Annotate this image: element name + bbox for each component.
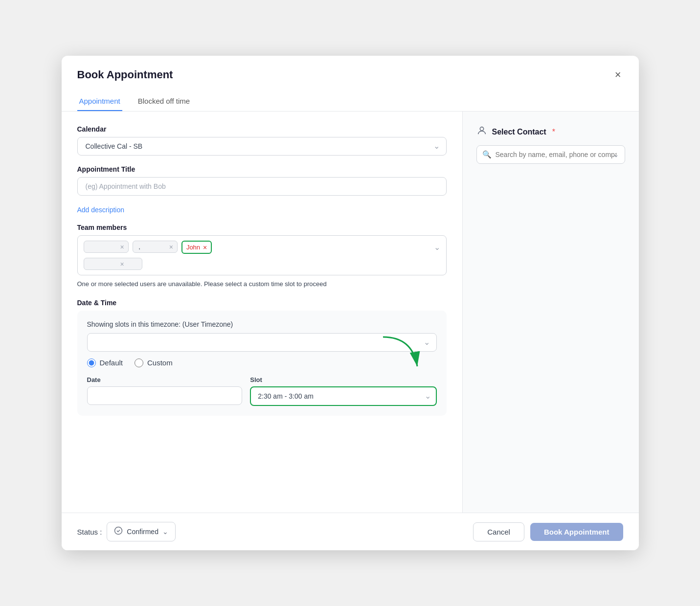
tag-1-close[interactable]: × (120, 244, 124, 250)
contact-search-input[interactable] (476, 145, 625, 164)
modal-header: Book Appointment × (62, 56, 639, 82)
tag-1-label (88, 243, 117, 250)
date-field-label: Date (87, 376, 243, 383)
appointment-title-group: Appointment Title (77, 165, 447, 196)
book-appointment-button[interactable]: Book Appointment (530, 523, 623, 541)
timezone-select-wrapper (87, 333, 437, 352)
tab-blocked-time[interactable]: Blocked off time (136, 92, 192, 111)
radio-default-input[interactable] (87, 359, 96, 367)
select-contact-title: Select Contact (492, 128, 546, 136)
status-check-icon (114, 526, 123, 537)
date-time-group: Date & Time Showing slots in this timezo… (77, 299, 447, 416)
unavailable-message: One or more selected users are unavailab… (77, 279, 447, 289)
tag-3-label (88, 260, 117, 268)
svg-point-2 (115, 527, 122, 535)
calendar-select[interactable]: Collective Cal - SB (77, 137, 447, 156)
radio-custom-label: Custom (147, 359, 173, 367)
calendar-select-wrapper: Collective Cal - SB (77, 137, 447, 156)
tag-john-close[interactable]: × (203, 244, 207, 251)
date-input[interactable]: Wed, Jan 17th, 2024 (87, 386, 243, 405)
modal-title: Book Appointment (77, 68, 173, 81)
radio-default-label: Default (100, 359, 123, 367)
appointment-title-input[interactable] (77, 177, 447, 196)
cancel-button[interactable]: Cancel (473, 522, 524, 541)
team-members-box: × , × John × ⌄ × (77, 235, 447, 275)
close-button[interactable]: × (613, 67, 623, 82)
timezone-select[interactable] (87, 333, 437, 352)
date-time-section: Showing slots in this timezone: (User Ti… (77, 311, 447, 416)
team-members-label: Team members (77, 224, 447, 231)
tab-bar: Appointment Blocked off time (62, 84, 639, 112)
tag-2-close[interactable]: × (169, 244, 173, 250)
modal-body: Calendar Collective Cal - SB Appointment… (62, 112, 639, 513)
calendar-group: Calendar Collective Cal - SB (77, 125, 447, 156)
team-tag-john: John × (181, 241, 212, 254)
calendar-label: Calendar (77, 125, 447, 133)
radio-default[interactable]: Default (87, 359, 123, 367)
svg-point-1 (480, 127, 483, 131)
contact-person-icon (476, 125, 487, 138)
tag-2-label: , (137, 243, 166, 250)
date-group: Date Wed, Jan 17th, 2024 (87, 376, 243, 406)
status-value: Confirmed (127, 528, 158, 536)
team-chevron-icon: ⌄ (434, 243, 440, 252)
date-slot-row: Date Wed, Jan 17th, 2024 Slot 2:30 am - … (87, 376, 437, 406)
tag-john-label: John (186, 244, 200, 251)
appointment-title-label: Appointment Title (77, 165, 447, 173)
team-tag-1: × (84, 241, 129, 253)
tag-3-close[interactable]: × (120, 261, 124, 268)
add-description-link[interactable]: Add description (77, 206, 125, 214)
date-time-label: Date & Time (77, 299, 447, 307)
tab-appointment[interactable]: Appointment (77, 92, 122, 111)
right-panel: Select Contact * 🔍 ⌄ (463, 112, 639, 513)
search-icon: 🔍 (482, 150, 492, 159)
footer-buttons: Cancel Book Appointment (473, 522, 623, 541)
status-dropdown[interactable]: Confirmed ⌄ (107, 522, 176, 541)
slot-group: Slot 2:30 am - 3:00 am3:00 am - 3:30 am3… (250, 376, 436, 406)
slot-select-wrapper: 2:30 am - 3:00 am3:00 am - 3:30 am3:30 a… (250, 386, 436, 406)
timezone-label: Showing slots in this timezone: (User Ti… (87, 320, 437, 328)
left-panel: Calendar Collective Cal - SB Appointment… (62, 112, 463, 513)
team-tag-3: × (84, 258, 142, 270)
radio-custom-input[interactable] (135, 359, 143, 367)
status-chevron-icon: ⌄ (162, 528, 168, 536)
team-tag-2: , × (133, 241, 178, 253)
status-label: Status : (77, 528, 102, 536)
required-star: * (552, 128, 555, 136)
slot-select[interactable]: 2:30 am - 3:00 am3:00 am - 3:30 am3:30 a… (250, 386, 436, 406)
status-section: Status : Confirmed ⌄ (77, 522, 176, 541)
date-slot-container: Date Wed, Jan 17th, 2024 Slot 2:30 am - … (87, 376, 437, 406)
slot-field-label: Slot (250, 376, 436, 383)
search-chevron-icon: ⌄ (613, 150, 619, 159)
select-contact-header: Select Contact * (476, 125, 625, 138)
radio-group: Default Custom (87, 359, 437, 367)
contact-search-wrapper: 🔍 ⌄ (476, 145, 625, 164)
book-appointment-modal: Book Appointment × Appointment Blocked o… (62, 56, 639, 550)
modal-footer: Status : Confirmed ⌄ Cancel Book Appoint… (62, 513, 639, 550)
radio-custom[interactable]: Custom (135, 359, 173, 367)
team-members-group: Team members × , × John × ⌄ (77, 224, 447, 289)
